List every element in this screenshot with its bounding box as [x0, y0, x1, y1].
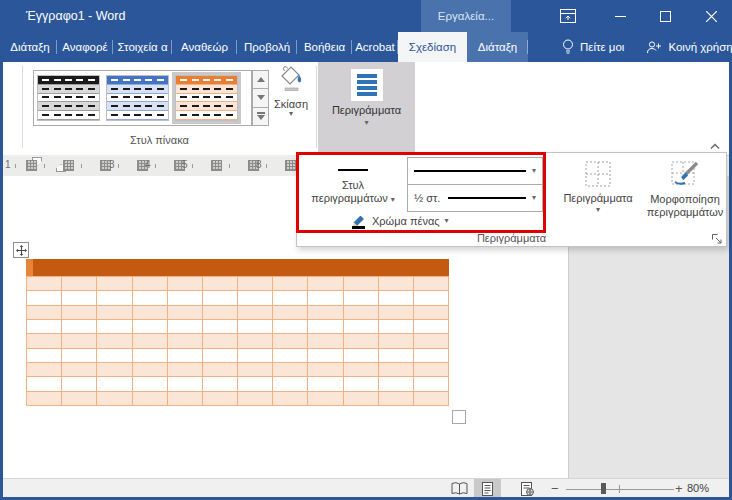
table-cell[interactable] [414, 291, 448, 304]
table-cell[interactable] [344, 392, 378, 405]
minimize-button[interactable] [605, 0, 635, 32]
table-cell[interactable] [62, 349, 96, 362]
zoom-slider-thumb[interactable] [601, 483, 606, 494]
table-cell[interactable] [379, 320, 413, 333]
tab-διάταξη[interactable]: Διάταξη [3, 32, 57, 62]
table-header-row[interactable] [26, 259, 449, 276]
table-cell[interactable] [97, 306, 131, 319]
table-cell[interactable] [27, 392, 61, 405]
zoom-in-button[interactable]: + [675, 479, 683, 498]
table-cell[interactable] [379, 349, 413, 362]
table-cell[interactable] [133, 320, 167, 333]
gallery-scroll-down-button[interactable] [252, 89, 269, 107]
table-cell[interactable] [238, 291, 272, 304]
table-column-marker[interactable] [211, 160, 222, 171]
line-weight-combo[interactable]: ½ στ. ▾ [408, 184, 542, 211]
table-cell[interactable] [308, 392, 342, 405]
table-cell[interactable] [168, 363, 202, 376]
table-cell[interactable] [308, 291, 342, 304]
table-cell[interactable] [203, 392, 237, 405]
table-cell[interactable] [97, 349, 131, 362]
ribbon-display-options-button[interactable] [553, 0, 583, 32]
table-cell[interactable] [238, 320, 272, 333]
table-cell[interactable] [414, 363, 448, 376]
table-cell[interactable] [273, 320, 307, 333]
table-cell[interactable] [273, 291, 307, 304]
table-cell[interactable] [273, 392, 307, 405]
table-cell[interactable] [414, 377, 448, 390]
table-cell[interactable] [133, 291, 167, 304]
maximize-button[interactable] [650, 0, 680, 32]
tab-acrobat[interactable]: Acrobat [352, 32, 398, 62]
table-cell[interactable] [27, 306, 61, 319]
zoom-slider-track[interactable] [566, 489, 674, 490]
print-layout-button[interactable] [474, 479, 501, 498]
pen-color-button[interactable]: Χρώμα πένας ▾ [351, 212, 449, 230]
read-mode-button[interactable] [447, 479, 471, 498]
table-cell[interactable] [273, 334, 307, 347]
table-style-grid-table-dark[interactable] [37, 75, 100, 121]
table-cell[interactable] [27, 349, 61, 362]
table-cell[interactable] [414, 320, 448, 333]
table-resize-handle[interactable] [452, 410, 466, 424]
table-cell[interactable] [27, 377, 61, 390]
table-cell[interactable] [379, 306, 413, 319]
table-cell[interactable] [62, 392, 96, 405]
table-cell[interactable] [97, 334, 131, 347]
tell-me-button[interactable]: Πείτε μοι [562, 39, 624, 55]
table-cell[interactable] [168, 277, 202, 290]
table-cell[interactable] [62, 306, 96, 319]
tab-σχεδίαση[interactable]: Σχεδίαση [398, 32, 467, 62]
table-cell[interactable] [97, 377, 131, 390]
table-cell[interactable] [133, 392, 167, 405]
table-cell[interactable] [414, 306, 448, 319]
table-cell[interactable] [308, 363, 342, 376]
table-cell[interactable] [203, 306, 237, 319]
table-cell[interactable] [203, 277, 237, 290]
table-move-handle[interactable] [13, 242, 29, 258]
tab-βοήθεια[interactable]: Βοήθεια [297, 32, 352, 62]
table-cell[interactable] [308, 349, 342, 362]
table-cell[interactable] [27, 334, 61, 347]
table-cell[interactable] [168, 334, 202, 347]
table-cell[interactable] [62, 377, 96, 390]
table-cell[interactable] [379, 377, 413, 390]
table-cell[interactable] [344, 320, 378, 333]
table-cell[interactable] [238, 392, 272, 405]
table-cell[interactable] [168, 377, 202, 390]
table-cell[interactable] [344, 377, 378, 390]
zoom-out-button[interactable]: − [551, 479, 559, 498]
table-cell[interactable] [203, 334, 237, 347]
table-cell[interactable] [379, 334, 413, 347]
table-cell[interactable] [133, 363, 167, 376]
table-cell[interactable] [203, 363, 237, 376]
table-cell[interactable] [344, 363, 378, 376]
table-cell[interactable] [238, 306, 272, 319]
table-cell[interactable] [273, 363, 307, 376]
table-cell[interactable] [97, 320, 131, 333]
table-cell[interactable] [414, 277, 448, 290]
table-cell[interactable] [168, 291, 202, 304]
close-button[interactable] [696, 0, 726, 32]
table-style-grid-table-blue[interactable] [106, 75, 169, 121]
table-cell[interactable] [308, 377, 342, 390]
zoom-percentage[interactable]: 80% [687, 479, 709, 498]
table-cell[interactable] [414, 334, 448, 347]
table-cell[interactable] [62, 320, 96, 333]
dialog-launcher-button[interactable] [711, 231, 723, 243]
table-column-marker[interactable] [63, 160, 74, 171]
table-cell[interactable] [414, 349, 448, 362]
table-cell[interactable] [168, 306, 202, 319]
table-cell[interactable] [133, 377, 167, 390]
table-cell[interactable] [203, 377, 237, 390]
table-cell[interactable] [308, 320, 342, 333]
table-cell[interactable] [168, 349, 202, 362]
table-cell[interactable] [97, 277, 131, 290]
table-cell[interactable] [379, 277, 413, 290]
table-cell[interactable] [238, 349, 272, 362]
table-cell[interactable] [203, 291, 237, 304]
share-button[interactable]: Κοινή χρήση [646, 40, 732, 55]
table-column-marker[interactable] [285, 160, 296, 171]
table-cell[interactable] [62, 291, 96, 304]
table-cell[interactable] [273, 349, 307, 362]
